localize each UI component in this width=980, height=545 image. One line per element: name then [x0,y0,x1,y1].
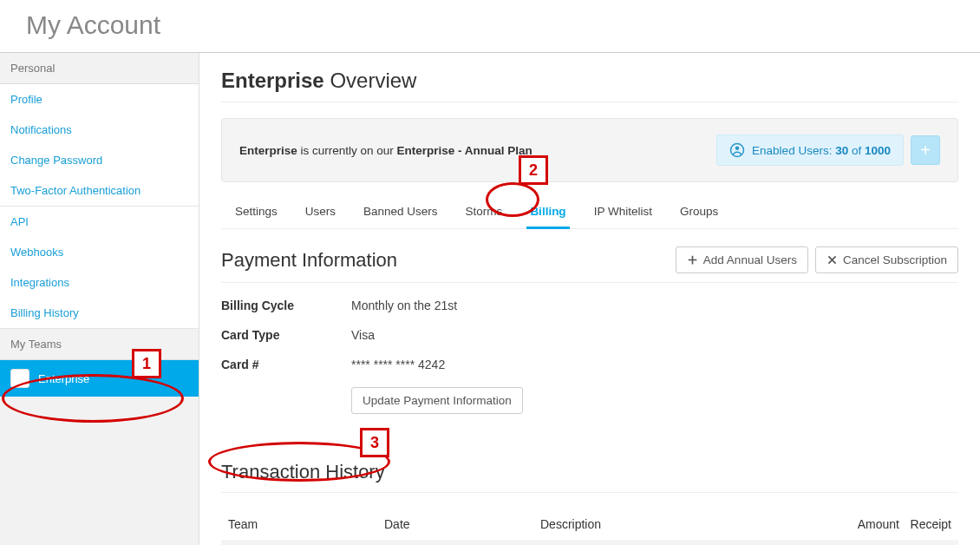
plan-status-box: Enterprise is currently on our Enterpris… [221,118,958,182]
enabled-users-of: of [848,144,865,157]
cancel-subscription-label: Cancel Subscription [843,253,947,266]
billing-cycle-label: Billing Cycle [221,299,351,312]
update-payment-button[interactable]: Update Payment Information [351,387,523,414]
user-icon [729,142,745,158]
sidebar-item-integrations[interactable]: Integrations [0,267,199,298]
plan-text: Enterprise is currently on our Enterpris… [239,144,532,157]
sidebar-item-profile[interactable]: Profile [0,84,199,115]
tab-users[interactable]: Users [302,196,339,228]
th-receipt: Receipt [899,517,951,531]
sidebar-item-change-password[interactable]: Change Password [0,145,199,175]
close-icon [826,254,838,266]
sidebar-item-notifications[interactable]: Notifications [0,115,199,145]
sidebar-item-billing-history[interactable]: Billing History [0,298,199,328]
card-number-value: **** **** **** 4242 [351,358,445,371]
add-annual-users-button[interactable]: Add Annual Users [676,246,808,273]
tab-banned-users[interactable]: Banned Users [360,196,441,228]
card-type-label: Card Type [221,328,351,342]
sidebar: Personal Profile Notifications Change Pa… [0,53,199,545]
sidebar-item-api[interactable]: API [0,207,199,237]
overview-title-rest: Overview [324,69,417,92]
tab-groups[interactable]: Groups [676,196,722,228]
plus-icon: + [920,141,931,161]
plan-plan-name: Enterprise - Annual Plan [397,144,532,157]
svg-point-1 [735,147,740,151]
no-transactions-row: No Transactions Found [221,540,958,545]
sidebar-item-webhooks[interactable]: Webhooks [0,237,199,267]
sidebar-section-my-teams: My Teams [0,329,199,360]
sidebar-team-enterprise[interactable]: Enterprise [0,360,199,397]
sidebar-section-personal: Personal [0,53,199,84]
update-payment-label: Update Payment Information [363,394,512,407]
card-number-label: Card # [221,358,351,371]
card-type-value: Visa [351,328,375,342]
plan-team-name: Enterprise [239,144,297,157]
tab-billing[interactable]: Billing [526,196,569,228]
enabled-users-count: 30 [835,144,848,157]
tab-settings[interactable]: Settings [232,196,281,228]
billing-cycle-value: Monthly on the 21st [351,299,457,312]
overview-title: Enterprise Overview [221,69,958,102]
sidebar-item-two-factor[interactable]: Two-Factor Authentication [0,175,199,206]
th-team: Team [228,517,384,531]
plan-mid-text: is currently on our [297,144,397,157]
plus-icon [687,254,698,266]
team-label: Enterprise [38,372,89,385]
enabled-users-badge[interactable]: Enabled Users: 30 of 1000 [716,135,904,166]
cancel-subscription-button[interactable]: Cancel Subscription [815,246,958,273]
th-description: Description [540,517,839,531]
main-content: Enterprise Overview Enterprise is curren… [199,53,980,545]
overview-title-team: Enterprise [221,69,324,92]
payment-section-title: Payment Information [221,249,397,272]
enabled-users-prefix: Enabled Users: [752,144,835,157]
team-avatar-icon [10,369,29,388]
add-annual-users-label: Add Annual Users [703,253,797,266]
th-amount: Amount [839,517,899,531]
tab-bar: Settings Users Banned Users Storms Billi… [221,193,958,229]
tab-ip-whitelist[interactable]: IP Whitelist [591,196,656,228]
add-users-button[interactable]: + [911,135,940,165]
transaction-section-title: Transaction History [221,461,385,483]
th-date: Date [384,517,540,531]
tab-storms[interactable]: Storms [462,196,506,228]
transaction-table-header: Team Date Description Amount Receipt [221,509,958,540]
enabled-users-total: 1000 [865,144,891,157]
enabled-users-text: Enabled Users: 30 of 1000 [752,144,891,157]
page-title: My Account [0,0,980,52]
